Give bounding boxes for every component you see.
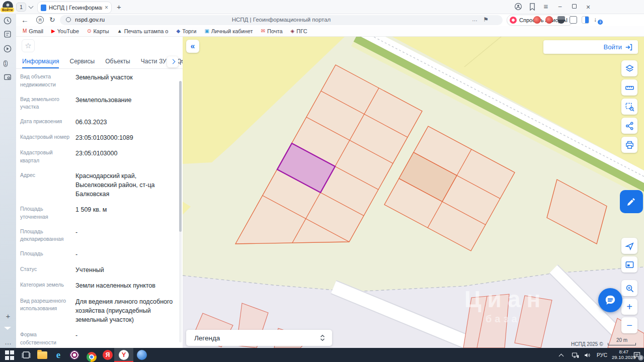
- panel-tab[interactable]: Объекты: [105, 55, 130, 68]
- volume-icon[interactable]: [584, 348, 591, 362]
- attribute-value: -: [75, 228, 175, 244]
- zoom-out-button[interactable]: −: [621, 317, 637, 333]
- layers-tool-button[interactable]: [621, 60, 637, 76]
- notifications-icon[interactable]: 3: [633, 348, 641, 362]
- play-circle-icon[interactable]: [3, 44, 13, 54]
- area-select-tool-button[interactable]: [621, 99, 637, 115]
- tabs-count-button[interactable]: 1: [4, 58, 14, 68]
- sidebar-add-icon[interactable]: +: [3, 312, 13, 322]
- screenshot-icon[interactable]: [3, 72, 13, 82]
- window-close-button[interactable]: ×: [584, 3, 592, 11]
- map-attribution: НСПД 2025 ©: [571, 341, 603, 347]
- bookmark-item[interactable]: ▣ Личный кабинет: [204, 28, 253, 34]
- bookmark-flag-icon[interactable]: ⚑: [483, 16, 489, 23]
- attribute-value: Учтенный: [75, 265, 175, 275]
- attribute-value: 1 509 кв. м: [75, 205, 175, 221]
- tab-group-counter[interactable]: 1: [16, 3, 26, 12]
- collapse-panel-button[interactable]: «: [186, 40, 199, 53]
- mail-icon[interactable]: [3, 326, 13, 336]
- watermark-text: база: [486, 313, 520, 325]
- tab-favicon-icon: [41, 5, 46, 11]
- bookmark-item[interactable]: ▶ YouTube: [51, 28, 79, 34]
- extensions-puzzle-icon[interactable]: [570, 16, 577, 24]
- history-icon[interactable]: [3, 16, 13, 26]
- support-chat-button[interactable]: [598, 288, 622, 312]
- bookmark-item[interactable]: ⊙ Карты: [87, 28, 109, 34]
- tabs-scroll-right-button[interactable]: [167, 56, 178, 67]
- map-login-button[interactable]: Войти: [543, 40, 638, 54]
- feedback-pen-icon: [625, 196, 637, 208]
- network-icon[interactable]: [572, 348, 579, 362]
- chrome-button[interactable]: [87, 352, 97, 362]
- extension-icon[interactable]: [533, 16, 541, 24]
- start-button[interactable]: [5, 350, 15, 360]
- bookmark-item[interactable]: ▲ Печать штампа о: [117, 28, 169, 34]
- measure-tool-button[interactable]: [621, 79, 637, 96]
- attribute-value: Краснодарский край, Выселковский район, …: [75, 171, 175, 199]
- extension-icon[interactable]: [545, 16, 553, 24]
- geolocate-button[interactable]: [621, 238, 637, 254]
- scale-label: 20 m: [608, 337, 636, 343]
- yandex-browser-button[interactable]: Y: [119, 350, 129, 360]
- search-map-button[interactable]: [621, 280, 637, 296]
- bookmark-item[interactable]: ✉ Почта: [261, 28, 283, 34]
- bookmark-item[interactable]: ◆ Торги: [176, 28, 196, 34]
- map-canvas[interactable]: Циан база « Войти: [183, 37, 644, 348]
- share-tool-button[interactable]: [621, 118, 637, 134]
- app-circle-button[interactable]: [69, 350, 79, 360]
- refresh-icon[interactable]: ↻: [49, 16, 55, 24]
- yandex-app-button[interactable]: Я: [103, 350, 113, 360]
- panel-tabs: ИнформацияСервисыОбъектыЧасти ЗУСоста: [16, 55, 183, 69]
- panel-scrollbar[interactable]: [179, 81, 182, 342]
- legend-expand-icon[interactable]: [319, 334, 326, 342]
- attribute-label: Площадь декларированная: [20, 228, 71, 244]
- bookmark-label: Торги: [182, 28, 196, 34]
- sidebar-more-icon[interactable]: …: [3, 338, 13, 348]
- window-minimize-button[interactable]: –: [556, 3, 564, 10]
- bookmark-item[interactable]: ◈ ПГС: [291, 28, 307, 34]
- feedback-widget-button[interactable]: [620, 190, 643, 213]
- tab-close-icon[interactable]: ×: [105, 4, 108, 11]
- zoom-in-button[interactable]: +: [621, 299, 637, 315]
- favorite-star-button[interactable]: ☆: [22, 39, 35, 52]
- print-tool-button[interactable]: [621, 137, 637, 153]
- file-explorer-button[interactable]: [37, 350, 47, 360]
- bookmark-favicon-icon: ▶: [51, 29, 55, 34]
- app-sphere-button[interactable]: [137, 350, 147, 360]
- chevron-down-icon[interactable]: [29, 4, 34, 9]
- clock[interactable]: 8:47 29.10.2025: [612, 348, 636, 362]
- extension-icon[interactable]: [582, 16, 589, 24]
- attribute-value: Землепользование: [75, 96, 175, 112]
- bookmark-label: Gmail: [29, 28, 43, 34]
- new-tab-button[interactable]: +: [117, 3, 121, 11]
- overview-map-button[interactable]: [621, 256, 637, 273]
- internet-explorer-button[interactable]: e: [53, 350, 63, 360]
- attribute-label: Площадь: [20, 250, 71, 259]
- panel-tab[interactable]: Части ЗУ: [141, 55, 167, 68]
- window-restore-button[interactable]: [570, 3, 578, 10]
- browser-user-icon[interactable]: [514, 3, 522, 13]
- bookmark-item[interactable]: M Gmail: [23, 28, 43, 34]
- browser-menu-icon[interactable]: ≡: [542, 2, 550, 11]
- feed-icon[interactable]: [3, 30, 13, 40]
- browser-tab[interactable]: НСПД | Геоинформаци ×: [37, 2, 112, 14]
- attribute-label: Вид земельного участка: [20, 96, 71, 112]
- attribute-value: -: [75, 250, 175, 259]
- profile-login-badge[interactable]: Войти: [1, 8, 14, 12]
- more-icon[interactable]: …: [472, 16, 477, 22]
- back-icon[interactable]: ←: [21, 16, 29, 24]
- legend-bar[interactable]: Легенда: [186, 330, 332, 346]
- url-field[interactable]: nspd.gov.ru НСПД | Геоинформационный пор…: [60, 15, 503, 25]
- extension-icon[interactable]: [557, 16, 565, 24]
- attribute-value: Земельный участок: [75, 73, 175, 89]
- downloads-icon[interactable]: ↓3: [594, 16, 597, 23]
- yandex-button[interactable]: Я: [36, 16, 44, 24]
- tray-expand-icon[interactable]: [559, 348, 563, 362]
- task-view-button[interactable]: [21, 350, 31, 360]
- attribute-row: Категория земель Земли населенных пункто…: [20, 281, 175, 290]
- collections-icon[interactable]: [529, 3, 536, 13]
- panel-tab[interactable]: Сервисы: [69, 55, 95, 68]
- scrollbar-thumb[interactable]: [179, 81, 182, 232]
- language-indicator[interactable]: РУС: [597, 348, 607, 362]
- panel-tab[interactable]: Информация: [22, 55, 59, 68]
